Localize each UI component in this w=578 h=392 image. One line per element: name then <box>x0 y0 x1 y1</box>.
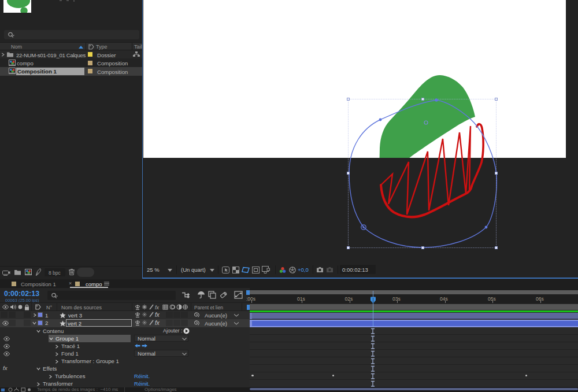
svg-text:fx: fx <box>155 312 160 318</box>
svg-text:fx: fx <box>155 305 160 310</box>
svg-text:fx: fx <box>155 320 160 326</box>
